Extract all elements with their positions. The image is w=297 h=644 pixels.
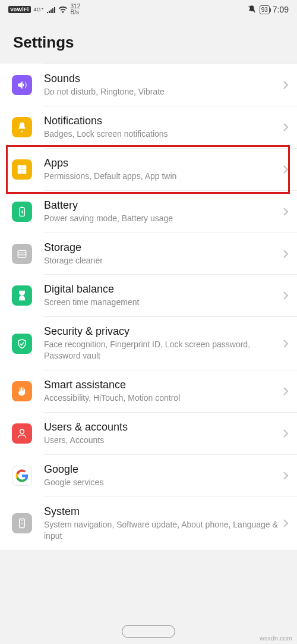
battery-icon [12,202,32,222]
row-subtitle: Do not disturb, Ringtone, Vibrate [44,86,279,98]
row-subtitle: Google services [44,477,279,488]
page-title: Settings [0,18,297,64]
network-4g-label: 4G⁺ [34,7,44,12]
storage-icon [12,244,32,264]
row-title: Users & accounts [44,421,279,433]
wifi-icon [58,6,68,13]
status-left: VoWiFi 4G⁺ 312 B/s [8,4,80,15]
vowifi-badge: VoWiFi [8,6,31,13]
battery-indicator: 93 [260,5,270,14]
row-title: Storage [44,241,279,254]
row-title: System [44,505,279,518]
settings-row-storage[interactable]: Storage Storage cleaner [0,233,297,275]
network-speed-unit: B/s [71,10,81,15]
google-icon [12,466,32,486]
settings-row-apps[interactable]: Apps Permissions, Default apps, App twin [0,149,297,190]
row-title: Notifications [44,115,279,127]
row-title: Battery [44,199,279,212]
settings-row-users-accounts[interactable]: Users & accounts Users, Accounts [0,413,297,454]
row-subtitle: Permissions, Default apps, App twin [44,171,279,182]
status-bar: VoWiFi 4G⁺ 312 B/s 93 7:09 [0,0,297,18]
row-subtitle: Users, Accounts [44,435,279,446]
network-speed: 312 B/s [71,4,81,15]
row-title: Google [44,463,279,476]
nav-home-pill[interactable] [122,625,175,638]
clock: 7:09 [273,5,289,14]
svg-point-8 [21,523,23,524]
settings-row-battery[interactable]: Battery Power saving mode, Battery usage [0,191,297,233]
user-icon [12,423,32,444]
settings-row-digital-balance[interactable]: Digital balance Screen time management [0,275,297,316]
row-title: Digital balance [44,283,279,296]
svg-rect-3 [18,250,26,257]
chevron-right-icon [283,387,289,396]
cellular-signal-icon [47,6,55,13]
settings-row-security-privacy[interactable]: Security & privacy Face recognition, Fin… [0,317,297,370]
system-icon [12,513,32,533]
notifications-icon [12,117,32,137]
row-title: Smart assistance [44,379,279,391]
chevron-right-icon [283,249,289,259]
status-right: 93 7:09 [247,5,289,14]
row-subtitle: Accessibility, HiTouch, Motion control [44,392,279,404]
chevron-right-icon [283,519,289,528]
svg-point-6 [20,429,24,433]
svg-rect-2 [21,206,23,208]
settings-row-sounds[interactable]: Sounds Do not disturb, Ringtone, Vibrate [0,64,297,106]
settings-row-system[interactable]: System System navigation, Software updat… [0,497,297,550]
row-subtitle: Screen time management [44,297,279,308]
chevron-right-icon [283,207,289,216]
row-subtitle: Power saving mode, Battery usage [44,213,279,224]
row-subtitle: System navigation, Software update, Abou… [44,519,279,542]
chevron-right-icon [283,429,289,438]
battery-level: 93 [261,7,268,13]
settings-list[interactable]: Sounds Do not disturb, Ringtone, Vibrate… [0,64,297,550]
mute-icon [247,5,257,14]
row-title: Security & privacy [44,325,279,338]
chevron-right-icon [283,122,289,132]
chevron-right-icon [283,339,289,348]
apps-icon [12,159,32,180]
chevron-right-icon [283,291,289,300]
settings-row-notifications[interactable]: Notifications Badges, Lock screen notifi… [0,106,297,148]
settings-row-google[interactable]: Google Google services [0,455,297,497]
row-subtitle: Face recognition, Fingerprint ID, Lock s… [44,339,279,362]
sounds-icon [12,75,32,95]
row-subtitle: Badges, Lock screen notifications [44,128,279,140]
digital-balance-icon [12,285,32,306]
row-title: Apps [44,157,279,169]
shield-icon [12,334,32,354]
chevron-right-icon [283,80,289,90]
hand-icon [12,381,32,401]
row-title: Sounds [44,73,279,85]
chevron-right-icon [283,165,289,174]
watermark: wsxdn.com [260,634,292,642]
settings-row-smart-assistance[interactable]: Smart assistance Accessibility, HiTouch,… [0,370,297,412]
row-subtitle: Storage cleaner [44,255,279,266]
chevron-right-icon [283,471,289,480]
